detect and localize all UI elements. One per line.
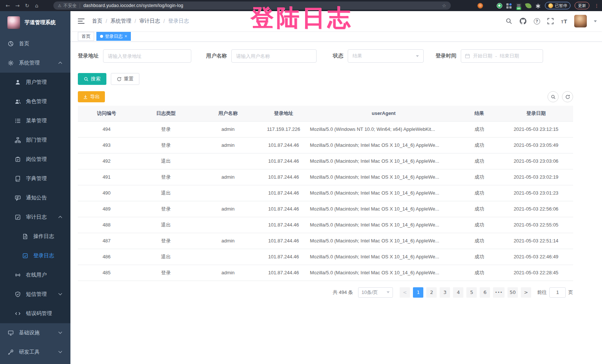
tab-home[interactable]: 首页 [78,32,94,41]
table-cell: 退出 [135,249,196,265]
page-button-2[interactable]: 2 [426,287,437,298]
sidebar-item-infrastructure[interactable]: 基础设施 [0,323,70,343]
table-cell: 492 [78,153,135,169]
page-button-3[interactable]: 3 [440,287,450,298]
sidebar-item-user-management[interactable]: 用户管理 [0,73,70,92]
sidebar-item-login-log[interactable]: 登录日志 [0,246,70,265]
breadcrumb-item[interactable]: 审计日志 [139,18,160,24]
orange-extension-icon[interactable] [477,3,483,9]
chevron-down-icon [387,291,390,293]
sidebar-item-dev-tools[interactable]: 研发工具 [0,343,70,362]
table-cell [196,185,259,201]
fullscreen-icon[interactable] [547,18,554,25]
bookmark-star-icon[interactable]: ☆ [442,3,446,9]
user-avatar[interactable] [574,15,587,27]
sidebar-item-role-management[interactable]: 角色管理 [0,92,70,111]
font-size-icon[interactable]: TT [561,19,567,24]
breadcrumb-item[interactable]: 系统管理 [110,18,131,24]
sidebar-item-department-management[interactable]: 部门管理 [0,130,70,150]
org-tree-icon [15,137,21,143]
pagination: 共 494 条 10条/页 < 123456•••50 > 前往 页 [78,287,573,298]
sidebar-item-error-code-management[interactable]: 错误码管理 [0,304,70,323]
browser-update-button[interactable]: 更新 [575,2,589,9]
page-button-4[interactable]: 4 [453,287,463,298]
login-address-input[interactable] [103,49,191,63]
search-button[interactable]: 搜索 [78,73,106,85]
sidebar-item-audit-log[interactable]: 审计日志 [0,208,70,227]
breadcrumb-item[interactable]: 首页 [92,18,102,24]
page-size-select[interactable]: 10条/页 [358,287,393,298]
sidebar-item-system-management[interactable]: 系统管理 [0,53,70,73]
browser-home-icon[interactable]: ⌂ [32,3,42,9]
breadcrumb: 首页/系统管理/审计日志/登录日志 [92,18,189,24]
date-start-placeholder: 开始日期 [473,53,492,59]
plant-extension-icon[interactable] [525,2,532,9]
help-icon[interactable]: ? [534,18,540,24]
page-button-6[interactable]: 6 [480,287,490,298]
sidebar-item-position-management[interactable]: 岗位管理 [0,150,70,169]
table-cell: 490 [78,185,135,201]
page-button-50[interactable]: 50 [507,287,518,298]
browser-menu-icon[interactable]: ⋮ [594,3,599,9]
username-input[interactable] [231,49,317,63]
app-logo [7,16,20,29]
badge-icon [15,156,21,162]
sidebar-item-label: 系统管理 [19,60,40,66]
font-size-large-glyph: T [564,19,567,24]
page-buttons: 123456•••50 [411,287,519,298]
sidebar-item-label: 菜单管理 [26,118,47,124]
sidebar-item-home[interactable]: 首页 [0,34,70,53]
top-navbar: 首页/系统管理/审计日志/登录日志 ? TT [70,11,602,31]
chevron-down-icon [416,55,419,57]
list-extension-icon[interactable]: on [516,3,522,9]
sidebar-menu: 首页系统管理用户管理角色管理菜单管理部门管理岗位管理字典管理通知公告审计日志操作… [0,34,70,362]
table-actions-row: 导出 [78,91,573,102]
chevron-down-icon[interactable] [594,20,597,22]
github-icon[interactable] [520,18,527,25]
page-button-5[interactable]: 5 [466,287,477,298]
more-pages-button[interactable]: ••• [493,287,505,298]
export-button[interactable]: 导出 [78,91,105,102]
browser-back-icon[interactable]: ← [3,3,13,9]
login-time-range-picker[interactable]: 开始日期 - 结束日期 [461,49,543,63]
sidebar-item-operation-log[interactable]: 操作日志 [0,227,70,246]
table-row: 492退出101.87.244.46Mozilla/5.0 (Macintosh… [78,153,573,169]
search-icon[interactable] [506,18,513,25]
goto-page-input[interactable] [549,287,566,298]
tab-login-log[interactable]: 登录日志× [96,32,131,41]
address-bar[interactable]: ⚠ 不安全 dashboard.yudao.iocoder.cn/system/… [53,1,451,10]
table-cell: 101.87.244.46 [259,249,308,265]
toggle-search-button[interactable] [548,91,559,102]
column-header: 登录地址 [259,106,308,121]
prev-page-button[interactable]: < [400,287,410,298]
table-cell: Mozilla/5.0 (Windows NT 10.0; Win64; x64… [308,121,460,137]
sidebar-toggle-icon[interactable] [78,19,85,24]
close-icon[interactable]: × [125,34,127,39]
column-header: 日志类型 [135,106,196,121]
puzzle-extension-icon[interactable] [535,3,541,9]
column-header: 用户名称 [196,106,259,121]
grid-extension-icon[interactable] [506,3,512,9]
reset-button[interactable]: 重置 [111,73,139,85]
next-page-button[interactable]: > [521,287,531,298]
table-cell: 成功 [460,137,499,153]
sidebar-item-menu-management[interactable]: 菜单管理 [0,111,70,130]
font-size-small-glyph: T [561,20,563,24]
extension-paused-badge[interactable]: 已暂停 [545,2,570,9]
sidebar-item-dictionary-management[interactable]: 字典管理 [0,169,70,188]
browser-reload-icon[interactable]: ↻ [22,3,32,9]
breadcrumb-separator: / [106,18,107,24]
table-tools [548,91,573,102]
tab-label: 登录日志 [105,33,123,40]
sidebar-item-online-users[interactable]: 在线用户 [0,265,70,285]
status-select[interactable]: 结果 [348,49,424,63]
sidebar-item-notice-announcement[interactable]: 通知公告 [0,188,70,208]
refresh-table-button[interactable] [562,91,573,102]
table-cell: 登录 [135,121,196,137]
app-logo-row[interactable]: 芋道管理系统 [0,11,70,34]
sidebar-item-sms-management[interactable]: 短信管理 [0,285,70,304]
gem-extension-icon[interactable] [487,3,493,9]
green-extension-icon[interactable] [497,3,502,9]
page-button-1[interactable]: 1 [413,287,423,298]
browser-forward-icon[interactable]: → [13,3,22,9]
